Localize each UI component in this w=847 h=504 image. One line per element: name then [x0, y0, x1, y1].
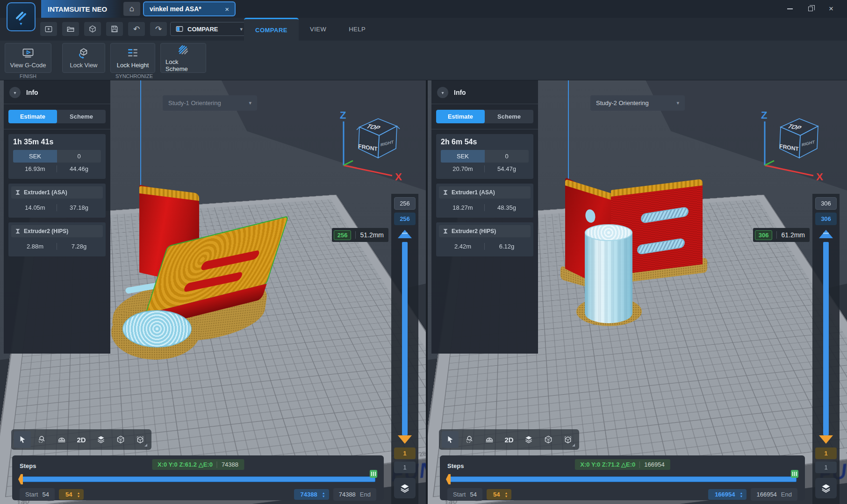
layer-bottom-current[interactable]: 1: [815, 447, 837, 459]
axis-x-label: X: [395, 171, 402, 182]
orientation-dropdown[interactable]: Study-2 Orientering ▾: [590, 95, 685, 111]
app-logo-button[interactable]: ▾: [7, 2, 36, 31]
start-step-input[interactable]: 54 ▲▼: [487, 489, 511, 500]
layer-view-button[interactable]: [394, 478, 416, 498]
lock-view-label: Lock View: [70, 62, 97, 69]
open-box-icon: [564, 435, 572, 444]
tab-compare[interactable]: COMPARE: [244, 18, 299, 41]
spin-down-icon[interactable]: ▼: [740, 495, 743, 498]
home-button[interactable]: ⌂: [123, 2, 140, 16]
current-layer-badge: 306 61.2mm: [753, 228, 810, 242]
document-tab[interactable]: vinkel med ASA* ×: [143, 1, 236, 16]
open-file-button[interactable]: [62, 22, 79, 36]
steps-slider-track[interactable]: [21, 476, 375, 482]
panel-collapse-button[interactable]: ▾: [9, 87, 21, 98]
spin-up-icon[interactable]: ▲: [322, 491, 325, 495]
spin-down-icon[interactable]: ▼: [77, 495, 80, 498]
tab-view[interactable]: VIEW: [299, 18, 337, 41]
ribbon-group-synchronize: SYNCHRONIZE: [62, 73, 206, 79]
spin-down-icon[interactable]: ▼: [504, 495, 508, 498]
current-layer-badge: 256 51.2mm: [332, 228, 388, 242]
spin-up-icon[interactable]: ▲: [504, 491, 508, 495]
steps-end-handle[interactable]: [791, 470, 798, 478]
lock-height-button[interactable]: Lock Height: [110, 43, 155, 73]
restore-icon: [808, 7, 813, 11]
clip-view-button[interactable]: [560, 431, 576, 448]
spin-up-icon[interactable]: ▲: [740, 491, 743, 495]
model-hole: [584, 207, 597, 225]
layer-top-current[interactable]: 256: [394, 213, 416, 225]
textured-view-button[interactable]: [540, 431, 557, 448]
zoom-region-button[interactable]: [34, 431, 50, 448]
toggle-2d-button[interactable]: 2D: [501, 431, 517, 448]
panel-collapse-button[interactable]: ▾: [437, 87, 448, 98]
steps-slider[interactable]: [20, 474, 376, 484]
steps-slider-track[interactable]: [448, 476, 797, 482]
zoom-region-button[interactable]: [461, 431, 478, 448]
layer-slider-track[interactable]: [812, 230, 840, 444]
extruder2-weight: 6.12g: [485, 240, 529, 253]
select-tool-button[interactable]: [442, 431, 459, 448]
end-step-input[interactable]: 166954 ▲▼: [708, 489, 747, 500]
prime-tower[interactable]: [585, 232, 632, 323]
lock-scheme-button[interactable]: Lock Scheme: [160, 43, 206, 73]
minimize-icon: [787, 8, 793, 9]
view-cube[interactable]: Z X TOP FRONT RIGHT: [337, 108, 407, 182]
end-step-input[interactable]: 74388 ▲▼: [294, 489, 329, 500]
show-bed-button[interactable]: [53, 431, 70, 448]
model-slot: [200, 250, 260, 271]
close-button[interactable]: ×: [821, 0, 841, 18]
orientation-dropdown[interactable]: Study-1 Orientering ▾: [163, 95, 257, 111]
layer-slider-bottom-handle[interactable]: [819, 435, 833, 444]
extruder1-weight: 37.18g: [57, 201, 101, 214]
steps-start-handle[interactable]: [446, 474, 451, 484]
save-button[interactable]: [106, 22, 123, 36]
tab-scheme[interactable]: Scheme: [485, 110, 533, 123]
toggle-2d-button[interactable]: 2D: [73, 431, 90, 448]
start-step-input[interactable]: 54 ▲▼: [59, 489, 84, 500]
viewport-study-1[interactable]: 1401501601701801902002102202302402502602…: [0, 80, 426, 504]
steps-start-handle[interactable]: [18, 474, 23, 484]
layer-top-current[interactable]: 306: [815, 213, 837, 225]
2d-label: 2D: [504, 436, 513, 444]
spin-up-icon[interactable]: ▲: [77, 491, 80, 495]
textured-view-button[interactable]: [112, 431, 129, 448]
spin-down-icon[interactable]: ▼: [322, 495, 325, 498]
viewport-study-2[interactable]: 1401501601701801902002102202302402502602…: [428, 80, 847, 504]
extruder1-name: Extruder1 (ASA): [452, 189, 495, 196]
layer-slider-top-handle[interactable]: [819, 230, 833, 238]
layer-bottom-current[interactable]: 1: [394, 447, 416, 459]
lock-view-icon: [78, 47, 90, 59]
redo-button[interactable]: ↷: [150, 22, 167, 36]
steps-slider[interactable]: [447, 474, 797, 484]
show-bed-button[interactable]: [481, 431, 498, 448]
view-cube[interactable]: Z X TOP FRONT RIGHT: [758, 108, 828, 182]
tab-help[interactable]: HELP: [337, 18, 377, 41]
layer-slider-bottom-handle[interactable]: [398, 435, 412, 444]
steps-end-handle[interactable]: [370, 470, 377, 478]
select-tool-button[interactable]: [14, 431, 31, 448]
new-project-button[interactable]: [40, 22, 57, 36]
tab-estimate[interactable]: Estimate: [436, 110, 485, 123]
tab-estimate[interactable]: Estimate: [8, 110, 57, 123]
layer-slider-track[interactable]: [391, 230, 418, 444]
coordinate-values: X:0 Y:0 Z:71.2 △E:0: [580, 461, 635, 468]
minimize-button[interactable]: [780, 0, 800, 18]
layers-view-button[interactable]: [520, 431, 537, 448]
tab-close-icon[interactable]: ×: [225, 5, 229, 13]
restore-button[interactable]: [800, 0, 821, 18]
prime-disc[interactable]: [122, 310, 192, 348]
import-model-button[interactable]: [84, 22, 101, 36]
layout-mode-select[interactable]: COMPARE ▾: [170, 22, 248, 36]
undo-button[interactable]: ↶: [128, 22, 145, 36]
layers-view-button[interactable]: [93, 431, 109, 448]
layer-slider-top-handle[interactable]: [398, 230, 412, 238]
layer-view-button[interactable]: [815, 478, 837, 498]
lock-view-button[interactable]: Lock View: [62, 43, 105, 73]
clip-view-button[interactable]: [132, 431, 149, 448]
tab-scheme[interactable]: Scheme: [57, 110, 106, 123]
view-gcode-button[interactable]: View G-Code: [5, 43, 51, 73]
badge-layer-number: 306: [755, 230, 773, 240]
steps-label: Steps: [20, 462, 36, 469]
cursor-icon: [446, 435, 454, 444]
